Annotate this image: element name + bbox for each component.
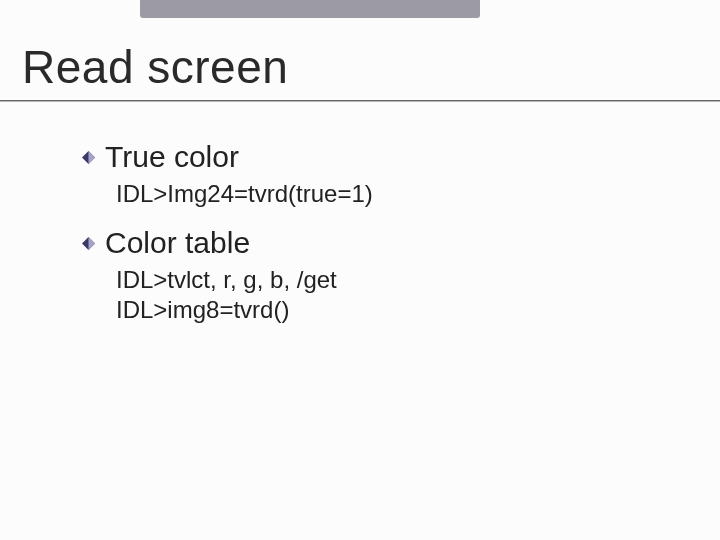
content-area: True color IDL>Img24=tvrd(true=1) Color … — [22, 140, 698, 324]
code-line: IDL>Img24=tvrd(true=1) — [82, 180, 698, 208]
slide-content: Read screen True color IDL>Img24=tvrd(tr… — [0, 0, 720, 324]
title-underline — [0, 100, 720, 102]
section-heading: True color — [105, 140, 239, 174]
code-line: IDL>tvlct, r, g, b, /get — [82, 266, 698, 294]
diamond-bullet-icon — [82, 237, 95, 250]
section-heading: Color table — [105, 226, 250, 260]
svg-marker-1 — [89, 151, 96, 164]
page-title: Read screen — [22, 40, 698, 94]
svg-marker-3 — [89, 237, 96, 250]
code-line: IDL>img8=tvrd() — [82, 296, 698, 324]
diamond-bullet-icon — [82, 151, 95, 164]
list-item: Color table — [82, 226, 698, 260]
list-item: True color — [82, 140, 698, 174]
